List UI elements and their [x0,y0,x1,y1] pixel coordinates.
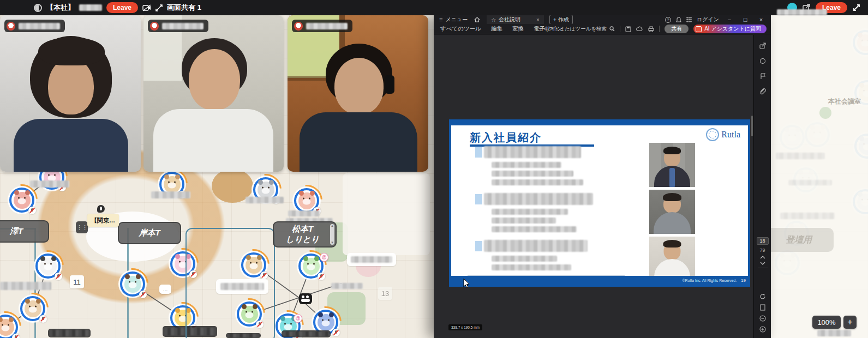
ai-assistant-button[interactable]: AI アシスタントに質問 [693,25,767,33]
mouse-cursor [463,278,470,288]
map-avatar[interactable] [0,315,18,338]
blurred-text [492,162,561,168]
kebab-menu-button[interactable]: ⋮⋮ [76,221,88,233]
export-icon[interactable] [758,41,768,50]
blurred-label [48,329,91,337]
print-icon[interactable] [648,26,654,32]
star-icon[interactable]: ☆ [491,17,496,23]
login-button[interactable]: ログイン [697,16,719,23]
blurred-text [492,179,583,185]
map-zoom-level[interactable]: 100% [812,316,841,329]
acrobat-right-rail: 18 79 [753,35,771,338]
map-label-kishimoto[interactable]: 岸本T [118,222,181,244]
comment-icon[interactable] [758,57,768,65]
chevron-down-icon: ▼ [331,241,334,245]
booth-label: 登壇用 [764,228,834,252]
slide-top-border [451,122,748,125]
blurred-text [492,226,577,232]
attachment-icon[interactable] [758,87,768,96]
document-tab[interactable]: ☆ 会社説明 × [487,15,544,24]
cloud-upload-icon[interactable] [636,26,643,32]
person-torso [14,119,128,172]
mic-muted-icon [55,273,62,280]
blurred-text [79,4,102,11]
search-box[interactable]: テキストまたはツールを検索 [538,26,615,33]
document-area[interactable]: 新入社員紹介 Rutla [434,35,753,338]
person-face [334,58,384,114]
map-avatar[interactable] [20,296,45,321]
mic-muted-icon [332,329,340,336]
map-avatar[interactable] [120,271,145,297]
convert-menu-item[interactable]: 変換 [512,25,524,33]
blurred-text [151,191,190,198]
bell-icon[interactable] [676,17,681,23]
video-tile-1[interactable] [0,15,141,172]
slide-title: 新入社員紹介 [470,130,542,145]
map-selection-rect [185,228,275,338]
mic-muted-icon [318,273,325,280]
map-avatar[interactable] [294,188,319,213]
person-face [48,58,94,114]
bookmark-flag-icon[interactable] [758,72,768,81]
help-icon[interactable]: ? [665,17,671,23]
map-label-kanto[interactable]: 【関東… [87,214,119,227]
reaction-badge-icon: @ [294,314,302,323]
expand-icon[interactable] [155,4,163,11]
headphones [385,75,394,94]
blurred-text [776,153,825,159]
edit-menu-item[interactable]: 編集 [491,25,502,33]
ai-icon [696,26,702,32]
map-avatar[interactable] [9,188,34,213]
person-face [189,49,240,110]
apps-grid-icon[interactable] [686,17,692,22]
video-tile-2[interactable] [143,15,284,172]
blurred-name [484,240,588,252]
rotate-icon[interactable] [759,293,766,300]
plant [819,107,831,119]
blurred-text [777,9,827,15]
person-torso [153,109,273,172]
close-window-button[interactable]: × [756,16,767,23]
map-label-matsumoto[interactable]: 松本T しりとり ▲▼ [273,221,337,248]
maximize-button[interactable]: □ [740,16,751,23]
resize-arrow-icon[interactable] [853,4,860,11]
blurred-text [0,282,51,290]
screen-share-count: 画面共有 1 [167,3,201,13]
map-zoom-in-button[interactable]: + [843,316,857,329]
label-scrollbar[interactable]: ▲▼ [330,224,334,245]
page-up-icon[interactable] [760,256,765,259]
copyright: ©Rutla Inc. All Rights Reserved. [682,279,737,282]
zoom-in-icon[interactable] [759,326,766,333]
doc-scrollbar-thumb[interactable] [751,116,753,136]
page-down-icon[interactable] [760,262,765,265]
hamburger-icon: ≡ [439,16,442,23]
camera-off-icon[interactable] [142,4,151,11]
slide-page-number: 19 [741,278,746,283]
room-number-11: 11 [70,275,84,288]
map-avatar[interactable] [35,254,61,279]
participant-name-tag [292,20,352,32]
fit-page-icon[interactable] [759,304,766,311]
home-icon[interactable] [474,17,480,22]
page-number-input[interactable]: 18 [757,237,769,245]
save-icon[interactable] [625,26,631,32]
map-label-sawa[interactable]: 澤T [0,220,49,243]
group-node-icon[interactable] [299,293,312,304]
map-tooltip [347,253,396,266]
menu-button[interactable]: ≡ メニュー [439,16,468,23]
blurred-text [788,180,832,185]
video-tile-3[interactable] [288,15,428,172]
close-tab-icon[interactable]: × [536,17,540,23]
leave-button[interactable]: Leave [106,2,138,13]
app-logo-icon [34,4,42,12]
tools-menu-item[interactable]: すべてのツール [440,25,481,33]
zoom-out-icon[interactable] [759,315,766,322]
mic-muted-icon [28,207,36,214]
create-button[interactable]: +作成 [549,15,573,25]
blurred-label [282,330,331,337]
blurred-name [484,193,593,205]
share-button[interactable]: 共有 [665,25,689,33]
minimize-button[interactable]: − [724,16,735,23]
acrobat-toolbar: すべてのツール 編集 変換 電子サイン テキストまたはツールを検索 共有 AI … [434,24,771,34]
blurred-text [817,330,851,336]
